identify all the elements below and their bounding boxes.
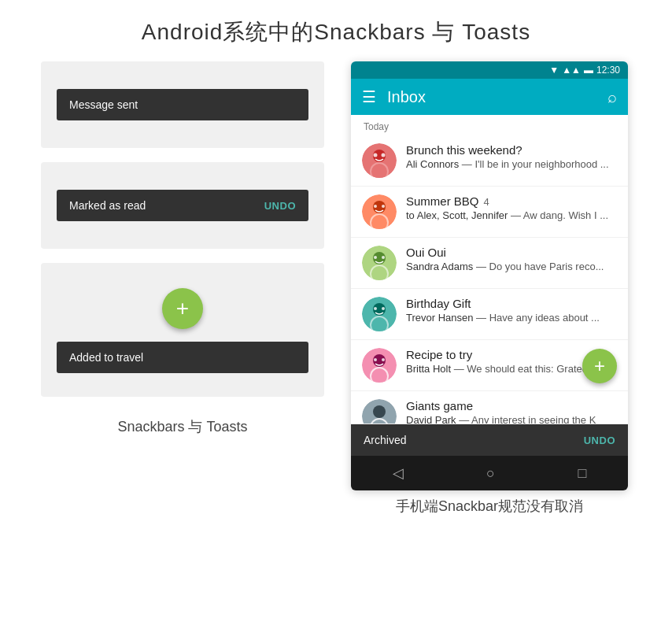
main-content: Message sent Marked as read UNDO + Added… [0, 61, 672, 516]
battery-icon: ▬ [584, 65, 593, 76]
left-panel-label: Snackbars 与 Toasts [41, 417, 324, 436]
left-panel: Message sent Marked as read UNDO + Added… [41, 61, 324, 516]
svg-point-17 [382, 256, 385, 259]
email-sender-4: Trevor Hansen — Have any ideas about ... [406, 312, 617, 324]
email-item-2[interactable]: Summer BBQ 4 to Alex, Scott, Jennifer — … [351, 187, 628, 238]
email-item-1[interactable]: Brunch this weekend? Ali Connors — I'll … [351, 135, 628, 187]
svg-point-23 [382, 307, 385, 310]
email-subject-4: Birthday Gift [406, 297, 471, 310]
toolbar-title: Inbox [387, 88, 596, 106]
svg-point-22 [374, 307, 377, 310]
email-header-2: Summer BBQ 4 [406, 194, 617, 208]
svg-point-10 [374, 205, 377, 208]
avatar-3 [362, 246, 397, 280]
svg-point-31 [373, 405, 386, 418]
status-icons: ▼ ▲▲ ▬ 12:30 [549, 65, 620, 76]
demo2-container: Marked as read UNDO [41, 162, 324, 249]
email-sender-1: Ali Connors — I'll be in your neighborho… [406, 158, 617, 170]
email-item-6[interactable]: Giants game David Park — Any interest in… [351, 391, 628, 424]
email-header-4: Birthday Gift [406, 297, 617, 310]
fab-button-phone[interactable]: + [582, 349, 617, 383]
signal-icon: ▼ [549, 65, 559, 76]
phone-undo-button[interactable]: UNDO [584, 435, 615, 446]
toolbar: ☰ Inbox ⌕ [351, 79, 628, 115]
email-subject-5: Recipe to try [406, 348, 472, 361]
email-sender-3: Sandra Adams — Do you have Paris reco... [406, 261, 617, 272]
search-icon[interactable]: ⌕ [607, 88, 617, 106]
right-panel-label: 手机端Snackbar规范没有取消 [396, 497, 583, 516]
undo-button-left[interactable]: UNDO [264, 200, 296, 212]
avatar-2 [362, 194, 397, 229]
email-content-6: Giants game David Park — Any interest in… [406, 399, 617, 424]
svg-point-5 [382, 154, 386, 157]
right-panel: ▼ ▲▲ ▬ 12:30 ☰ Inbox ⌕ Today [348, 61, 631, 516]
email-content-3: Oui Oui Sandra Adams — Do you have Paris… [406, 246, 617, 272]
nav-bar: ◁ ○ □ [351, 456, 628, 490]
email-count-2: 4 [484, 196, 489, 208]
snackbar-marked-read: Marked as read UNDO [57, 190, 308, 221]
phone-snackbar: Archived UNDO [351, 424, 628, 456]
menu-icon[interactable]: ☰ [362, 87, 376, 106]
email-subject-6: Giants game [406, 399, 473, 412]
snackbar-message-sent: Message sent [57, 89, 308, 120]
time-display: 12:30 [596, 65, 620, 76]
phone-snackbar-text: Archived [364, 434, 406, 446]
snackbar-text-1: Message sent [69, 98, 138, 111]
email-sender-2: to Alex, Scott, Jennifer — Aw dang. Wish… [406, 209, 617, 221]
email-header-1: Brunch this weekend? [406, 143, 617, 157]
email-item-3[interactable]: Oui Oui Sandra Adams — Do you have Paris… [351, 238, 628, 289]
date-divider: Today [351, 115, 628, 135]
home-icon[interactable]: ○ [486, 465, 495, 482]
demo3-container: + Added to travel [41, 263, 324, 397]
email-item-4[interactable]: Birthday Gift Trevor Hansen — Have any i… [351, 289, 628, 340]
avatar-4 [362, 297, 397, 331]
back-icon[interactable]: ◁ [393, 464, 404, 482]
snackbar-text-2: Marked as read [69, 199, 146, 212]
email-header-3: Oui Oui [406, 246, 617, 259]
snackbar-added-travel: Added to travel [57, 342, 308, 373]
svg-point-4 [374, 154, 378, 157]
email-content-4: Birthday Gift Trevor Hansen — Have any i… [406, 297, 617, 324]
email-sender-6: David Park — Any interest in seeing the … [406, 414, 617, 424]
svg-point-11 [382, 205, 385, 208]
email-content-1: Brunch this weekend? Ali Connors — I'll … [406, 143, 617, 170]
wifi-icon: ▲▲ [562, 65, 581, 76]
page-title: Android系统中的Snackbars 与 Toasts [0, 0, 672, 61]
avatar-5 [362, 348, 397, 383]
phone-mockup: ▼ ▲▲ ▬ 12:30 ☰ Inbox ⌕ Today [351, 61, 628, 490]
snackbar-text-3: Added to travel [69, 351, 143, 364]
avatar-6 [362, 399, 397, 424]
demo1-container: Message sent [41, 61, 324, 148]
svg-point-29 [382, 358, 385, 361]
email-subject-3: Oui Oui [406, 246, 446, 259]
svg-point-16 [374, 256, 377, 259]
svg-point-28 [374, 358, 377, 361]
avatar-1 [362, 143, 397, 178]
recents-icon[interactable]: □ [578, 465, 586, 482]
email-content-2: Summer BBQ 4 to Alex, Scott, Jennifer — … [406, 194, 617, 221]
email-header-6: Giants game [406, 399, 617, 412]
email-subject-2: Summer BBQ [406, 194, 479, 208]
email-subject-1: Brunch this weekend? [406, 143, 522, 157]
fab-button-left[interactable]: + [162, 288, 203, 329]
status-bar: ▼ ▲▲ ▬ 12:30 [351, 61, 628, 79]
